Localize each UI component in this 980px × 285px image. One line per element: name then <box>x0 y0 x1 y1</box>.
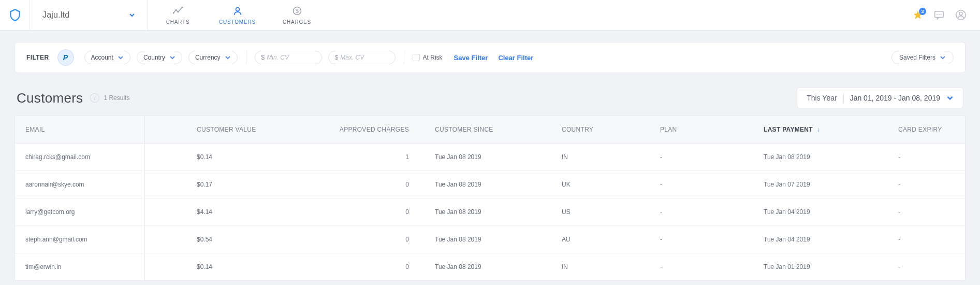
nav-label: CUSTOMERS <box>219 19 256 25</box>
date-range-dropdown[interactable]: This Year Jan 01, 2019 - Jan 08, 2019 <box>797 88 963 108</box>
cell-payment: Tue Jan 08 2019 <box>753 144 888 170</box>
max-cv-input[interactable] <box>340 54 388 61</box>
cell-country: IN <box>551 144 650 170</box>
th-charges[interactable]: APPROVED CHARGES <box>305 116 425 143</box>
cell-email: steph.ann@gmail.com <box>15 226 144 253</box>
table-row[interactable]: chirag.rcks@gmail.com$0.141Tue Jan 08 20… <box>15 144 965 171</box>
cell-charges: 0 <box>305 226 425 253</box>
svg-point-1 <box>175 9 177 10</box>
divider <box>246 51 246 64</box>
min-cv-input-wrap[interactable]: $ <box>255 51 322 64</box>
topbar: Jaju.ltd CHARTS CUSTOMERS $ CHARGES 3 <box>0 0 980 31</box>
chat-button[interactable] <box>933 9 945 21</box>
info-icon[interactable]: i <box>90 93 99 103</box>
table-row[interactable]: larry@getcom.org$4.140Tue Jan 08 2019US-… <box>15 198 965 226</box>
nav-charts[interactable]: CHARTS <box>148 0 208 30</box>
star-badge-count: 3 <box>919 8 926 15</box>
cell-value: $0.54 <box>145 226 305 253</box>
cell-plan: - <box>650 198 753 225</box>
th-payment[interactable]: LAST PAYMENT ↓ <box>753 116 888 143</box>
svg-point-9 <box>939 14 940 15</box>
chevron-down-icon <box>118 54 124 61</box>
pill-label: Country <box>143 54 165 61</box>
content-area: FILTER P Account Country Currency $ $ At… <box>0 31 980 285</box>
cell-email: chirag.rcks@gmail.com <box>15 144 144 170</box>
table-body: chirag.rcks@gmail.com$0.141Tue Jan 08 20… <box>15 144 965 280</box>
table-row[interactable]: aaronnair@skye.com$0.170Tue Jan 08 2019U… <box>15 171 965 198</box>
filter-bar: FILTER P Account Country Currency $ $ At… <box>14 42 966 73</box>
shield-icon <box>8 8 22 22</box>
cell-since: Tue Jan 08 2019 <box>425 171 551 198</box>
avatar-icon <box>955 9 967 21</box>
cell-country: AU <box>551 226 650 253</box>
cell-plan: - <box>650 171 753 198</box>
chevron-down-icon <box>129 12 135 18</box>
table-row[interactable]: steph.ann@gmail.com$0.540Tue Jan 08 2019… <box>15 226 965 253</box>
table-row[interactable]: tim@erwin.in$0.140Tue Jan 08 2019IN-Tue … <box>15 253 965 280</box>
cell-payment: Tue Jan 04 2019 <box>753 226 888 253</box>
topbar-right: 3 <box>913 0 980 30</box>
account-dropdown[interactable]: Account <box>84 51 130 64</box>
cell-payment: Tue Jan 07 2019 <box>753 171 888 198</box>
cell-expiry: - <box>888 171 965 198</box>
cell-value: $0.14 <box>145 144 305 170</box>
cell-since: Tue Jan 08 2019 <box>425 198 551 225</box>
main-nav: CHARTS CUSTOMERS $ CHARGES <box>148 0 327 30</box>
svg-point-4 <box>236 7 239 11</box>
org-selector[interactable]: Jaju.ltd <box>30 0 148 30</box>
currency-dropdown[interactable]: Currency <box>188 51 238 64</box>
cell-charges: 0 <box>305 171 425 198</box>
max-cv-input-wrap[interactable]: $ <box>328 51 396 64</box>
nav-label: CHARGES <box>283 19 311 25</box>
user-icon <box>232 6 243 16</box>
nav-charges[interactable]: $ CHARGES <box>267 0 327 30</box>
chevron-down-icon <box>225 54 231 61</box>
save-filter-button[interactable]: Save Filter <box>454 54 488 62</box>
cell-charges: 0 <box>305 253 425 280</box>
cell-plan: - <box>650 144 753 170</box>
th-since[interactable]: CUSTOMER SINCE <box>425 116 551 143</box>
cell-since: Tue Jan 08 2019 <box>425 144 551 170</box>
checkbox-label: At Risk <box>423 54 443 61</box>
cell-email: larry@getcom.org <box>15 198 144 225</box>
cell-plan: - <box>650 226 753 253</box>
customers-table: EMAIL CUSTOMER VALUE APPROVED CHARGES CU… <box>14 116 966 281</box>
filter-label: FILTER <box>26 54 49 61</box>
divider <box>404 51 404 64</box>
min-cv-input[interactable] <box>267 54 315 61</box>
paypal-icon: P <box>63 53 68 62</box>
results-count: 1 Results <box>104 94 129 102</box>
cell-email: aaronnair@skye.com <box>15 171 144 198</box>
th-plan[interactable]: PLAN <box>650 116 753 143</box>
section-header: Customers i 1 Results This Year Jan 01, … <box>17 88 963 108</box>
saved-filters-dropdown[interactable]: Saved Filters <box>891 51 954 64</box>
chat-icon <box>933 9 945 21</box>
svg-point-8 <box>937 14 938 15</box>
cell-country: UK <box>551 171 650 198</box>
at-risk-checkbox[interactable]: At Risk <box>413 54 443 61</box>
th-value[interactable]: CUSTOMER VALUE <box>145 116 305 143</box>
dollar-icon: $ <box>335 54 339 61</box>
cell-payment: Tue Jan 04 2019 <box>753 198 888 225</box>
cell-value: $0.17 <box>145 171 305 198</box>
table-header: EMAIL CUSTOMER VALUE APPROVED CHARGES CU… <box>15 116 965 144</box>
pill-label: Account <box>91 54 113 61</box>
divider <box>843 93 844 103</box>
cell-country: US <box>551 198 650 225</box>
profile-button[interactable] <box>955 9 967 21</box>
notifications-star-button[interactable]: 3 <box>913 10 923 20</box>
country-dropdown[interactable]: Country <box>137 51 182 64</box>
th-expiry[interactable]: CARD EXPIRY <box>888 116 965 143</box>
svg-text:$: $ <box>296 8 299 13</box>
cell-payment: Tue Jan 01 2019 <box>753 253 888 280</box>
pill-label: Saved Filters <box>899 54 935 61</box>
th-payment-label: LAST PAYMENT <box>764 126 813 133</box>
app-logo[interactable] <box>0 0 30 30</box>
chevron-down-icon <box>940 54 946 61</box>
cell-since: Tue Jan 08 2019 <box>425 226 551 253</box>
th-country[interactable]: COUNTRY <box>551 116 650 143</box>
th-email[interactable]: EMAIL <box>15 116 144 143</box>
nav-customers[interactable]: CUSTOMERS <box>208 0 267 30</box>
clear-filter-button[interactable]: Clear Filter <box>498 54 533 62</box>
paypal-filter-button[interactable]: P <box>57 49 74 66</box>
